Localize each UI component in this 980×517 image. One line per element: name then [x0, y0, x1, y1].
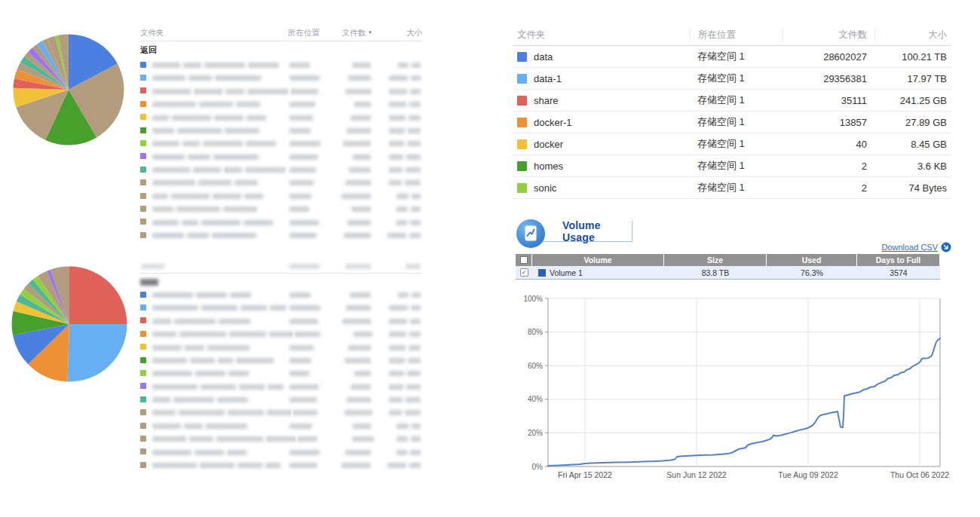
volume-table-header: Volume Size Used Days to Full [516, 254, 940, 266]
folder-color-swatch [140, 114, 146, 120]
folder-color-swatch [140, 331, 146, 337]
x-axis-tick-label: Tue Aug 09 2022 [778, 470, 838, 479]
download-csv-link[interactable]: Download CSV [881, 243, 938, 252]
download-csv[interactable]: Download CSV [881, 242, 951, 252]
redacted-column-header[interactable] [333, 261, 372, 270]
folder-name: docker-1 [534, 117, 572, 128]
redacted-folder-row[interactable] [140, 202, 422, 215]
column-header-size[interactable]: 大小 [874, 29, 951, 41]
redacted-folder-row[interactable] [140, 366, 422, 379]
redacted-folder-row[interactable] [140, 136, 422, 149]
redacted-folder-row[interactable] [140, 84, 422, 97]
folder-row-data-1[interactable]: data-1存储空间 12935638117.97 TB [513, 68, 951, 90]
redacted-table-header-row [140, 259, 422, 274]
column-header-filecount[interactable]: 文件数▼ [333, 28, 372, 38]
table-header-row: 文件夹 所在位置 文件数▼ 大小 [140, 27, 422, 41]
y-axis-tick-label: 40% [528, 395, 543, 403]
folder-size-pie-chart-bottom [11, 265, 128, 383]
folder-color-swatch [517, 74, 527, 84]
download-arrow-icon[interactable] [941, 242, 951, 252]
folder-color-swatch [140, 317, 146, 323]
select-all-cell[interactable] [516, 254, 532, 266]
volume-checkbox[interactable]: ✓ [520, 268, 528, 277]
folder-file-count: 13857 [782, 117, 874, 128]
redacted-folder-row[interactable] [140, 228, 422, 241]
redacted-column-header[interactable] [288, 261, 333, 270]
redacted-folder-row[interactable] [140, 97, 422, 110]
folder-color-swatch [140, 409, 146, 415]
folder-size: 8.45 GB [874, 139, 951, 150]
redacted-folder-row[interactable] [140, 301, 422, 314]
column-header-folder[interactable]: 文件夹 [513, 29, 690, 41]
folder-color-swatch [517, 52, 527, 62]
back-link[interactable]: 返回 [140, 41, 422, 58]
column-header-location[interactable]: 所在位置 [288, 28, 333, 38]
folder-color-swatch [140, 193, 146, 199]
folder-file-count: 35111 [782, 95, 874, 106]
folder-file-count: 2 [782, 161, 874, 172]
column-header-used: Used [767, 254, 857, 266]
redacted-folder-row[interactable] [140, 406, 422, 419]
redacted-folder-row[interactable] [140, 216, 422, 228]
folder-location: 存储空间 1 [690, 93, 782, 107]
folder-color-swatch [517, 139, 527, 149]
redacted-folder-row[interactable] [140, 393, 422, 405]
folder-location: 存储空间 1 [690, 50, 782, 63]
redacted-folder-row[interactable] [140, 150, 422, 163]
redacted-folder-row[interactable] [140, 189, 422, 202]
folder-color-swatch [140, 448, 146, 454]
volume-usage-line-chart: 0%20%40%60%80%100%Fri Apr 15 2022Sun Jun… [513, 289, 951, 488]
redacted-folder-row[interactable] [140, 353, 422, 366]
redacted-folder-row[interactable] [140, 314, 422, 327]
redacted-folder-row[interactable] [140, 71, 422, 84]
redacted-folder-row[interactable] [140, 124, 422, 136]
column-header-location[interactable]: 所在位置 [690, 29, 782, 41]
folder-row-homes[interactable]: homes存储空间 123.6 KB [513, 155, 951, 177]
redacted-folder-row[interactable] [140, 163, 422, 176]
volume-size: 83.8 TB [664, 266, 767, 279]
redacted-folder-row[interactable] [140, 111, 422, 124]
volume-row[interactable]: ✓ Volume 1 83.8 TB 76.3% 3574 [516, 266, 940, 280]
folder-color-swatch [517, 118, 527, 127]
redacted-back-link[interactable] [140, 274, 422, 288]
redacted-folder-row[interactable] [140, 380, 422, 393]
folder-size: 100.21 TB [874, 51, 951, 63]
folder-row-share[interactable]: share存储空间 135111241.25 GB [513, 90, 951, 112]
redacted-column-header[interactable] [140, 261, 288, 270]
folder-color-swatch [140, 357, 146, 363]
column-header-days-to-full: Days to Full [857, 254, 940, 266]
folder-color-swatch [140, 75, 146, 81]
folder-row-data[interactable]: data存储空间 128602027100.21 TB [513, 46, 951, 68]
redacted-folder-row[interactable] [140, 341, 422, 353]
redacted-folder-row[interactable] [140, 432, 422, 445]
folder-list-table-bottom [140, 259, 422, 471]
folder-color-swatch [140, 206, 146, 212]
folder-name: docker [534, 139, 563, 150]
folder-color-swatch [140, 370, 146, 376]
folder-row-docker-1[interactable]: docker-1存储空间 11385727.89 GB [513, 112, 951, 133]
volume-used: 76.3% [767, 266, 857, 279]
folder-color-swatch [140, 292, 146, 298]
select-all-checkbox[interactable] [520, 256, 528, 264]
folder-color-swatch [140, 140, 146, 146]
folder-row-docker[interactable]: docker存储空间 1408.45 GB [513, 133, 951, 155]
redacted-folder-row[interactable] [140, 327, 422, 340]
redacted-folder-row[interactable] [140, 58, 422, 71]
folder-color-swatch [140, 383, 146, 389]
folder-color-swatch [140, 304, 146, 311]
table-header-row: 文件夹 所在位置 文件数 大小 [513, 25, 951, 46]
column-header-size[interactable]: 大小 [372, 28, 422, 38]
redacted-folder-rows [140, 288, 422, 471]
column-header-folder[interactable]: 文件夹 [140, 28, 288, 38]
redacted-folder-row[interactable] [140, 288, 422, 301]
redacted-folder-row[interactable] [140, 419, 422, 432]
redacted-folder-row[interactable] [140, 445, 422, 458]
folder-row-sonic[interactable]: sonic存储空间 1274 Bytes [513, 177, 951, 199]
folder-color-swatch [140, 87, 146, 93]
redacted-folder-row[interactable] [140, 176, 422, 189]
folder-color-swatch [140, 127, 146, 133]
redacted-folder-row[interactable] [140, 458, 422, 471]
redacted-column-header[interactable] [372, 261, 422, 270]
folder-name: data [534, 51, 553, 63]
column-header-filecount[interactable]: 文件数 [782, 29, 874, 41]
